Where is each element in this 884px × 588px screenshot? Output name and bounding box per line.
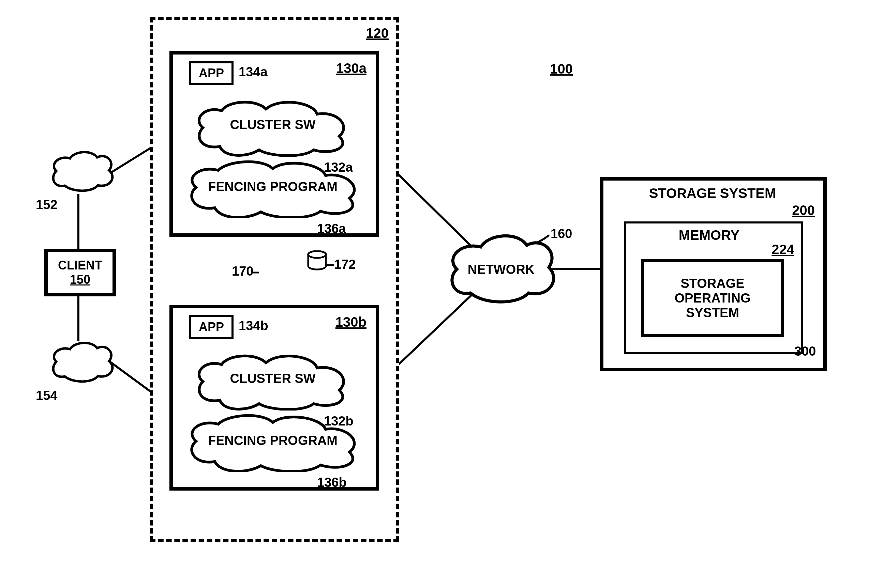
interconnect-tick (252, 269, 263, 276)
client-cloud-bottom-ref: 154 (36, 388, 57, 403)
quorum-disk-icon (307, 250, 327, 271)
cluster-sw-label-b: CLUSTER SW (218, 371, 327, 386)
fencing-label-b: FENCING PROGRAM (204, 434, 341, 448)
client-label: CLIENT (58, 258, 102, 273)
fencing-ref-b: 136b (317, 475, 347, 490)
storage-os-line1: STORAGE (681, 276, 744, 291)
client-cloud-top (50, 150, 114, 194)
client-box: CLIENT 150 (44, 249, 116, 296)
app-ref-b: 134b (239, 318, 268, 333)
svg-point-12 (308, 251, 326, 258)
storage-os-box: STORAGE OPERATING SYSTEM (641, 259, 784, 337)
network-ref: 160 (550, 226, 572, 241)
interconnect-ref: 170 (232, 264, 253, 279)
quorum-ref: 172 (334, 257, 356, 272)
client-cloud-top-ref: 152 (36, 198, 57, 212)
app-box-a: APP (189, 62, 233, 85)
node-a-ref: 130a (326, 61, 367, 76)
storage-system-title: STORAGE SYSTEM (617, 186, 808, 201)
quorum-tick (326, 262, 336, 268)
storage-system-ref: 200 (781, 203, 815, 218)
cluster-group-ref: 120 (348, 26, 389, 41)
app-box-b: APP (189, 315, 233, 339)
client-ref: 150 (70, 273, 90, 287)
storage-os-ref: 300 (794, 344, 816, 359)
fencing-label-a: FENCING PROGRAM (204, 180, 341, 194)
client-cloud-bottom (50, 340, 114, 385)
app-label-a: APP (199, 66, 224, 80)
cluster-sw-label-a: CLUSTER SW (218, 117, 327, 132)
storage-os-line2: OPERATING (674, 291, 750, 306)
memory-ref: 224 (767, 242, 794, 257)
app-label-b: APP (199, 320, 224, 334)
node-b-ref: 130b (326, 315, 367, 330)
app-ref-a: 134a (239, 65, 268, 80)
network-label: NETWORK (464, 262, 539, 277)
diagram-stage: 100 120 130a APP 134a CLUSTER SW 132a FE… (0, 0, 884, 588)
storage-os-line3: SYSTEM (686, 306, 739, 320)
figure-ref: 100 (532, 62, 573, 76)
memory-label: MEMORY (644, 228, 774, 243)
fencing-ref-a: 136a (317, 221, 346, 236)
